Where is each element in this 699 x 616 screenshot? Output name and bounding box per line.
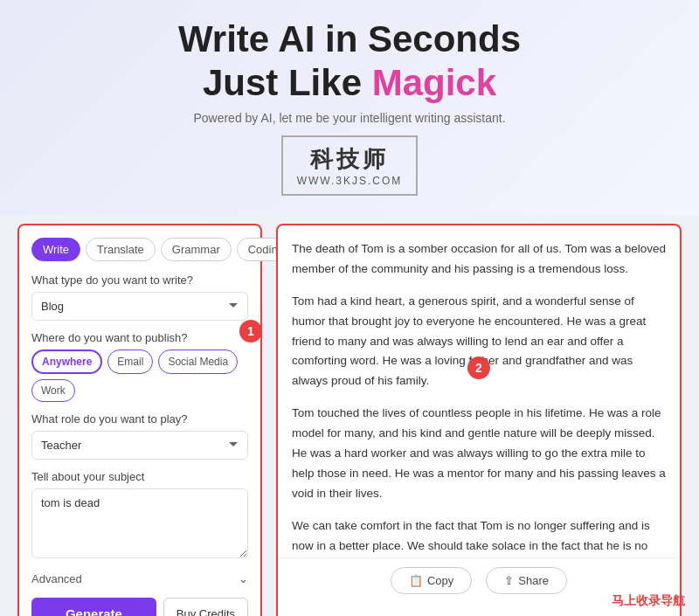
title-text: Write AI in Seconds [178,18,521,59]
share-label: Share [518,574,549,587]
subject-label: Tell about your subject [31,470,248,483]
type-select[interactable]: Blog Essay Email Article [31,292,248,321]
publish-work[interactable]: Work [31,379,75,402]
output-text: The death of Tom is a somber occasion fo… [278,225,680,557]
buy-credits-button[interactable]: Buy Credits [163,598,248,616]
publish-options: Anywhere Email Social Media Work [31,350,248,402]
main-title: Write AI in Seconds Just Like Magick [17,17,682,106]
tabs-row: Write Translate Grammar Coding [31,238,248,261]
type-label: What type do you want to write? [31,273,248,287]
output-para-4: We can take comfort in the fact that Tom… [292,516,666,557]
step2-badge: 2 [467,356,490,379]
right-panel: The death of Tom is a somber occasion fo… [276,224,682,616]
copy-icon: 📋 [409,574,423,587]
copy-button[interactable]: 📋 Copy [391,567,472,594]
left-panel: Write Translate Grammar Coding What type… [17,224,262,616]
publish-label: Where do you want to publish? [31,331,248,344]
watermark-url: WWW.3KJS.COM [297,175,403,187]
main-content: Write Translate Grammar Coding What type… [0,215,699,616]
share-icon: ⇧ [504,574,514,587]
role-select[interactable]: Teacher Student Professional [31,431,248,460]
advanced-label: Advanced [31,572,82,585]
generate-button[interactable]: Generate [31,598,156,616]
advanced-chevron-icon: ⌄ [239,572,248,585]
share-button[interactable]: ⇧ Share [486,567,567,594]
advanced-row[interactable]: Advanced ⌄ [31,572,248,585]
title-just-like: Just Like [203,62,372,103]
tab-grammar[interactable]: Grammar [161,238,232,261]
generate-row: Generate Buy Credits [31,598,248,616]
output-para-3: Tom touched the lives of countless peopl… [292,404,666,504]
role-label: What role do you want to play? [31,412,248,426]
subject-textarea[interactable]: tom is dead [31,488,248,558]
output-para-1: The death of Tom is a somber occasion fo… [292,239,666,280]
copy-label: Copy [427,574,453,587]
watermark-box: 科技师 WWW.3KJS.COM [281,135,419,196]
publish-anywhere[interactable]: Anywhere [31,350,102,374]
title-magick: Magick [372,62,496,103]
bottom-watermark: 马上收录导航 [612,593,685,609]
watermark-cn: 科技师 [297,144,403,175]
publish-email[interactable]: Email [107,350,153,374]
tab-translate[interactable]: Translate [86,238,156,261]
tab-write[interactable]: Write [31,238,80,261]
step1-badge: 1 [239,320,262,343]
subtitle: Powered by AI, let me be your intelligen… [17,111,682,125]
header: Write AI in Seconds Just Like Magick Pow… [0,0,699,215]
publish-social-media[interactable]: Social Media [158,350,238,374]
